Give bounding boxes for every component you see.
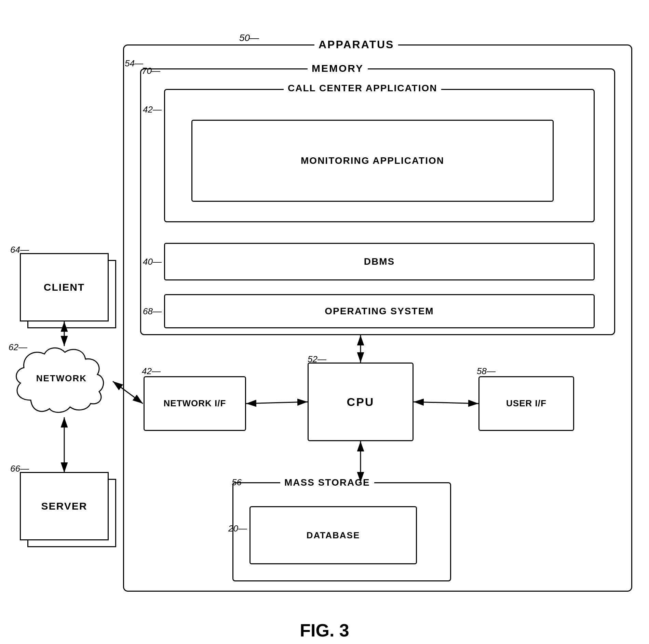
- monitoring-app-box: MONITORING APPLICATION: [191, 120, 554, 202]
- ref-64: 64: [10, 245, 20, 255]
- ref-66: 66: [10, 463, 20, 474]
- ref-68: 68: [143, 306, 153, 317]
- dbms-label: DBMS: [364, 256, 395, 267]
- apparatus-label: APPARATUS: [314, 38, 398, 51]
- ref-50-dash: —: [249, 32, 259, 43]
- ref-56: 56: [232, 477, 242, 488]
- ref-62-dash: —: [18, 342, 27, 353]
- ref-56-dash: —: [242, 477, 251, 488]
- diagram-container: 50 — APPARATUS 54 — 70 — MEMORY 42 — CAL…: [0, 14, 649, 644]
- ref-52: 52: [308, 354, 317, 365]
- ref-70: 70: [142, 66, 152, 76]
- client-label: CLIENT: [44, 281, 85, 293]
- mass-storage-label: MASS STORAGE: [280, 477, 374, 488]
- server-front-box: SERVER: [20, 472, 109, 540]
- cpu-box: CPU: [308, 363, 414, 441]
- network-cloud-svg: NETWORK: [10, 345, 113, 417]
- ref-42-network-if: 42: [142, 366, 152, 377]
- os-box: OPERATING SYSTEM: [164, 294, 595, 328]
- dbms-box: DBMS: [164, 243, 595, 280]
- ref-52-dash: —: [317, 354, 326, 365]
- server-label: SERVER: [41, 500, 87, 512]
- ref-58-dash: —: [487, 366, 496, 377]
- ref-20-dash: —: [238, 523, 247, 534]
- os-label: OPERATING SYSTEM: [325, 306, 434, 317]
- client-front-box: CLIENT: [20, 253, 109, 321]
- ref-54: 54: [125, 58, 135, 69]
- ref-40: 40: [143, 257, 153, 267]
- svg-text:NETWORK: NETWORK: [36, 373, 87, 383]
- ref-40-dash: —: [153, 257, 162, 267]
- ref-42-dash: —: [153, 104, 162, 115]
- monitoring-app-label: MONITORING APPLICATION: [301, 155, 444, 166]
- network-if-box: NETWORK I/F: [144, 376, 246, 431]
- ref-42-ni-dash: —: [152, 366, 161, 377]
- figure-label: FIG. 3: [300, 620, 349, 641]
- ref-50: 50: [239, 32, 250, 43]
- memory-label: MEMORY: [308, 63, 368, 74]
- ref-64-dash: —: [20, 245, 29, 255]
- ref-58: 58: [477, 366, 487, 377]
- ref-70-dash: —: [151, 66, 160, 76]
- user-if-box: USER I/F: [478, 376, 574, 431]
- cpu-label: CPU: [347, 395, 375, 409]
- ref-66-dash: —: [20, 463, 29, 474]
- database-label: DATABASE: [307, 530, 360, 541]
- database-box: DATABASE: [249, 506, 417, 564]
- ref-62: 62: [9, 342, 18, 353]
- ref-42-call-center: 42: [143, 104, 153, 115]
- network-if-label: NETWORK I/F: [164, 398, 226, 409]
- ref-20: 20: [228, 523, 238, 534]
- call-center-app-label: CALL CENTER APPLICATION: [284, 83, 441, 94]
- user-if-label: USER I/F: [506, 398, 546, 409]
- ref-68-dash: —: [153, 306, 162, 317]
